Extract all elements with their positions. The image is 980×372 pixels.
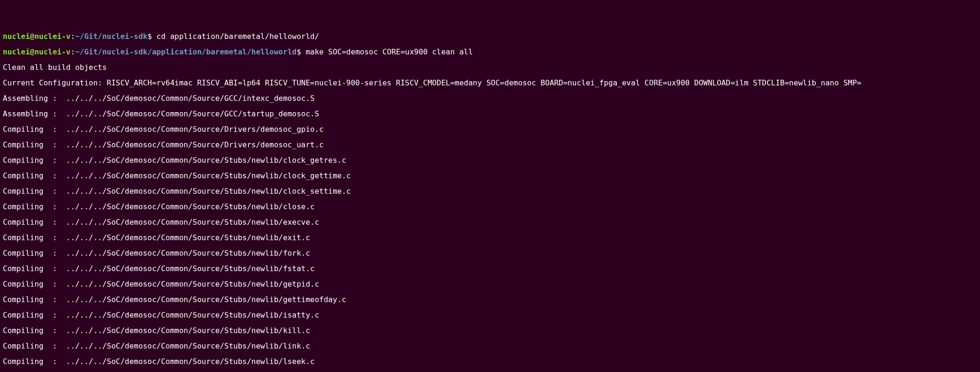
prompt-line-2[interactable]: nuclei@nuclei-v:~/Git/nuclei-sdk/applica… bbox=[3, 48, 977, 56]
output-line: Clean all build objects bbox=[3, 64, 977, 72]
user-host: nuclei@nuclei-v bbox=[3, 47, 71, 56]
user-host: nuclei@nuclei-v bbox=[3, 32, 71, 41]
prompt-symbol: $ bbox=[147, 32, 156, 41]
output-line: Compiling : ../../../SoC/demosoc/Common/… bbox=[3, 203, 977, 211]
command-text: make SOC=demosoc CORE=ux900 clean all bbox=[305, 47, 472, 56]
prompt-line-1[interactable]: nuclei@nuclei-v:~/Git/nuclei-sdk$ cd app… bbox=[3, 33, 977, 41]
prompt-symbol: $ bbox=[296, 47, 305, 56]
output-line: Assembling : ../../../SoC/demosoc/Common… bbox=[3, 110, 977, 118]
output-line: Assembling : ../../../SoC/demosoc/Common… bbox=[3, 95, 977, 103]
output-line: Compiling : ../../../SoC/demosoc/Common/… bbox=[3, 250, 977, 258]
output-line: Compiling : ../../../SoC/demosoc/Common/… bbox=[3, 126, 977, 134]
output-line: Current Configuration: RISCV_ARCH=rv64im… bbox=[3, 79, 977, 87]
output-line: Compiling : ../../../SoC/demosoc/Common/… bbox=[3, 141, 977, 149]
output-line: Compiling : ../../../SoC/demosoc/Common/… bbox=[3, 327, 977, 335]
output-line: Compiling : ../../../SoC/demosoc/Common/… bbox=[3, 265, 977, 273]
output-line: Compiling : ../../../SoC/demosoc/Common/… bbox=[3, 358, 977, 366]
output-line: Compiling : ../../../SoC/demosoc/Common/… bbox=[3, 234, 977, 242]
output-line: Compiling : ../../../SoC/demosoc/Common/… bbox=[3, 188, 977, 196]
cwd-path: ~/Git/nuclei-sdk/application/baremetal/h… bbox=[75, 47, 296, 56]
output-line: Compiling : ../../../SoC/demosoc/Common/… bbox=[3, 281, 977, 288]
colon: : bbox=[71, 47, 76, 56]
output-line: Compiling : ../../../SoC/demosoc/Common/… bbox=[3, 157, 977, 165]
command-text: cd application/baremetal/helloworld/ bbox=[157, 32, 319, 41]
output-line: Compiling : ../../../SoC/demosoc/Common/… bbox=[3, 219, 977, 227]
output-line: Compiling : ../../../SoC/demosoc/Common/… bbox=[3, 172, 977, 180]
output-line: Compiling : ../../../SoC/demosoc/Common/… bbox=[3, 342, 977, 350]
output-line: Compiling : ../../../SoC/demosoc/Common/… bbox=[3, 296, 977, 304]
cwd-path: ~/Git/nuclei-sdk bbox=[75, 32, 147, 41]
colon: : bbox=[71, 32, 76, 41]
output-line: Compiling : ../../../SoC/demosoc/Common/… bbox=[3, 311, 977, 319]
